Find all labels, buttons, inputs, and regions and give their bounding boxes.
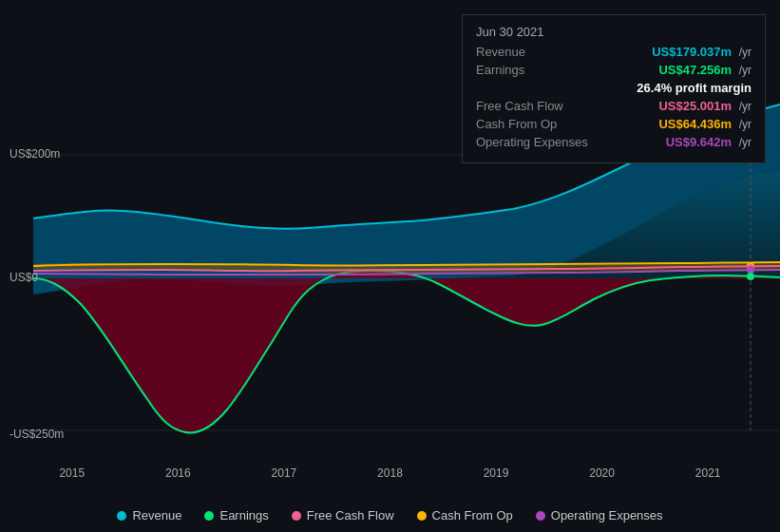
- legend-item-cashfromop[interactable]: Cash From Op: [417, 508, 513, 522]
- tooltip-value-margin: 26.4% profit margin: [637, 81, 751, 95]
- tooltip-value-cashfromop: US$64.436m /yr: [658, 117, 751, 131]
- x-label-2015: 2015: [59, 466, 85, 480]
- legend-dot-opex: [536, 511, 545, 521]
- x-label-2018: 2018: [377, 466, 403, 480]
- legend-item-revenue[interactable]: Revenue: [117, 508, 181, 522]
- legend-item-fcf[interactable]: Free Cash Flow: [292, 508, 394, 522]
- tooltip-label-cashfromop: Cash From Op: [476, 117, 557, 131]
- legend-item-earnings[interactable]: Earnings: [204, 508, 268, 522]
- tooltip-label-earnings: Earnings: [476, 63, 524, 77]
- tooltip-row-opex: Operating Expenses US$9.642m /yr: [476, 135, 751, 149]
- x-axis-labels: 2015 2016 2017 2018 2019 2020 2021: [0, 466, 780, 480]
- tooltip-value-fcf: US$25.001m /yr: [658, 99, 751, 113]
- tooltip-row-margin: 26.4% profit margin: [476, 81, 751, 95]
- svg-point-8: [747, 266, 754, 274]
- legend-dot-cashfromop: [417, 511, 427, 521]
- tooltip-date: Jun 30 2021: [476, 25, 751, 39]
- legend-dot-revenue: [117, 511, 126, 521]
- tooltip-value-opex: US$9.642m /yr: [666, 135, 751, 149]
- x-label-2017: 2017: [272, 466, 297, 480]
- legend-label-revenue: Revenue: [132, 508, 181, 522]
- tooltip-label-revenue: Revenue: [476, 45, 525, 59]
- x-label-2016: 2016: [165, 466, 191, 480]
- tooltip-label-fcf: Free Cash Flow: [476, 99, 563, 113]
- legend-item-opex[interactable]: Operating Expenses: [536, 508, 663, 522]
- tooltip-value-earnings: US$47.256m /yr: [658, 63, 751, 77]
- x-label-2021: 2021: [695, 466, 721, 480]
- tooltip-row-revenue: Revenue US$179.037m /yr: [476, 45, 751, 59]
- chart-legend: Revenue Earnings Free Cash Flow Cash Fro…: [0, 508, 780, 522]
- y-label-neg250m: -US$250m: [10, 428, 64, 441]
- x-label-2019: 2019: [484, 466, 509, 480]
- legend-dot-earnings: [204, 511, 214, 521]
- x-label-2020: 2020: [589, 466, 615, 480]
- legend-label-earnings: Earnings: [219, 508, 268, 522]
- tooltip-row-earnings: Earnings US$47.256m /yr: [476, 63, 751, 77]
- tooltip-label-opex: Operating Expenses: [476, 135, 588, 149]
- tooltip-value-revenue: US$179.037m /yr: [652, 45, 751, 59]
- y-label-0: US$0: [10, 271, 38, 284]
- legend-label-cashfromop: Cash From Op: [432, 508, 513, 522]
- legend-label-opex: Operating Expenses: [551, 508, 663, 522]
- y-label-200m: US$200m: [10, 147, 60, 161]
- tooltip-row-fcf: Free Cash Flow US$25.001m /yr: [476, 99, 751, 113]
- tooltip-row-cashfromop: Cash From Op US$64.436m /yr: [476, 117, 751, 131]
- tooltip-box: Jun 30 2021 Revenue US$179.037m /yr Earn…: [462, 14, 766, 163]
- svg-point-9: [747, 273, 754, 280]
- legend-label-fcf: Free Cash Flow: [307, 508, 394, 522]
- legend-dot-fcf: [292, 511, 301, 521]
